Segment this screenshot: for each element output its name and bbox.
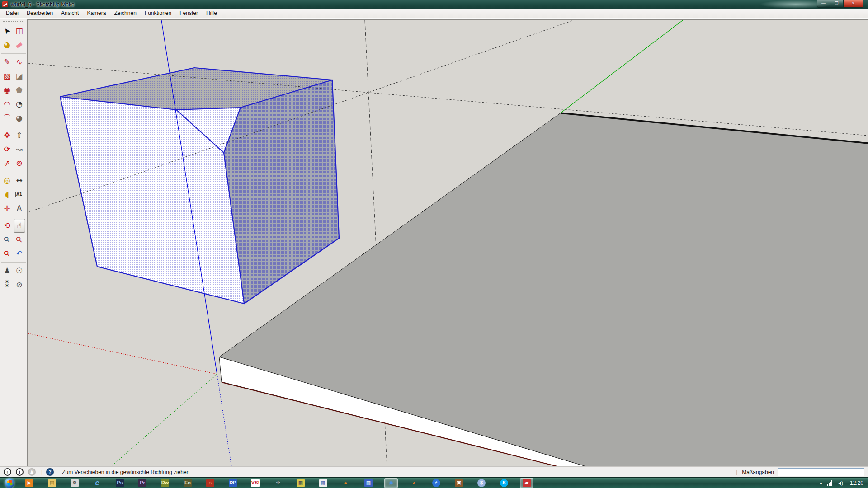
- wmp-icon-button[interactable]: ▶: [23, 478, 36, 488]
- network-signal-icon[interactable]: [827, 480, 832, 486]
- sign-in-icon[interactable]: ♟: [28, 468, 36, 476]
- clock[interactable]: 12:20: [850, 480, 863, 486]
- maximize-button[interactable]: ❐: [830, 0, 843, 8]
- look-around-tool[interactable]: ☉: [14, 264, 25, 278]
- geolocation-icon[interactable]: ♁: [4, 468, 11, 476]
- credits-info-icon[interactable]: i: [16, 468, 24, 476]
- arc-3point-tool[interactable]: ⌒: [1, 111, 13, 125]
- pie-filled-tool[interactable]: ◕: [14, 111, 25, 125]
- pan-tool[interactable]: ☝: [14, 219, 25, 233]
- help-icon[interactable]: ?: [46, 468, 54, 476]
- orbit-tool[interactable]: ⟲: [1, 219, 13, 233]
- menu-item-datei[interactable]: Datei: [2, 9, 23, 17]
- spreadsheet-icon-2-button[interactable]: ▦: [316, 478, 330, 488]
- drawing-viewport[interactable]: [27, 19, 868, 466]
- dreamweaver-icon-button[interactable]: Dw: [158, 478, 172, 488]
- text-tool[interactable]: A1: [14, 188, 25, 202]
- section-plane-tool[interactable]: ⊘: [14, 278, 25, 292]
- volume-icon[interactable]: ◄): [837, 480, 843, 486]
- scale-tool[interactable]: ⇗: [1, 156, 13, 170]
- previous-view-tool[interactable]: ↶: [14, 247, 25, 261]
- tray-expand-icon[interactable]: ▲: [819, 481, 823, 485]
- toolbar-grab-handle[interactable]: [3, 21, 24, 22]
- zoom-tool-icon: ⚲: [2, 235, 12, 244]
- orbit-tool-icon: ⟲: [4, 222, 10, 230]
- polygon-tool[interactable]: ⬟: [14, 83, 25, 97]
- menu-item-kamera[interactable]: Kamera: [83, 9, 110, 17]
- arc-tool[interactable]: ◠: [1, 97, 13, 111]
- firefox-icon-button[interactable]: ◕: [407, 478, 420, 488]
- photoshop-icon: Ps: [116, 479, 124, 487]
- spreadsheet-icon-1-button[interactable]: ▦: [294, 478, 307, 488]
- chrome-icon-button[interactable]: ◉: [384, 478, 398, 488]
- q-app-icon-button[interactable]: ▣: [452, 478, 466, 488]
- explorer-icon-button[interactable]: ▤: [45, 478, 59, 488]
- rotated-rectangle-tool[interactable]: ◪: [14, 69, 25, 83]
- firefox-icon: ◕: [410, 479, 418, 487]
- viewport-canvas[interactable]: [28, 20, 868, 466]
- line-tool[interactable]: ✎: [1, 55, 13, 69]
- cube-right-face[interactable]: [224, 80, 339, 304]
- dimension-tool[interactable]: ↔: [14, 174, 25, 188]
- measurements-input[interactable]: [778, 468, 864, 476]
- move-tool[interactable]: ✥: [1, 128, 13, 142]
- menu-item-zeichnen[interactable]: Zeichnen: [110, 9, 140, 17]
- rotate-tool[interactable]: ⟳: [1, 142, 13, 156]
- select-tool[interactable]: ➤: [1, 24, 13, 38]
- paint-bucket-tool[interactable]: ◕: [1, 38, 13, 52]
- tool-group: ✎∿▧◪◉⬟◠◔⌒◕: [1, 53, 26, 125]
- currency-app-icon-button[interactable]: $: [475, 478, 488, 488]
- rectangle-tool[interactable]: ▧: [1, 69, 13, 83]
- axes-tool[interactable]: ✛: [1, 202, 13, 216]
- freehand-tool[interactable]: ∿: [14, 55, 25, 69]
- follow-me-tool[interactable]: ↝: [14, 142, 25, 156]
- start-button[interactable]: [3, 478, 16, 488]
- push-pull-tool[interactable]: ⇧: [14, 128, 25, 142]
- eraser-tool[interactable]: ▬: [14, 38, 25, 52]
- vs-app-icon-button[interactable]: VS!: [249, 478, 262, 488]
- sketchup-window: würfel_6 - SketchUp Make — ❐ ✕ DateiBear…: [0, 0, 868, 488]
- axis-blue-negative-dotted: [217, 374, 231, 466]
- sketchup-app-icon[interactable]: [2, 1, 8, 7]
- system-tray: ▲ ◄) 12:20: [819, 480, 865, 486]
- zoom-tool[interactable]: ⚲: [1, 233, 13, 247]
- butterfly-app-icon-button[interactable]: ✣: [271, 478, 285, 488]
- photoshop-icon-button[interactable]: Ps: [113, 478, 127, 488]
- paint-bucket-tool-icon: ◕: [4, 41, 10, 49]
- menu-item-funktionen[interactable]: Funktionen: [141, 9, 175, 17]
- windows-taskbar: ▶▤⚙ePsPrDwEn⌂DPVS!✣▦▦▲▥◉◕⚡▣$S▰ ▲ ◄) 12:2…: [0, 477, 868, 488]
- menu-item-hilfe[interactable]: Hilfe: [202, 9, 221, 17]
- dp-app-icon-button[interactable]: DP: [226, 478, 240, 488]
- tool-group: ✥⇧⟳↝⇗⊚: [1, 127, 26, 170]
- menu-item-bearbeiten[interactable]: Bearbeiten: [23, 9, 57, 17]
- walk-tool[interactable]: ⁑: [1, 278, 13, 292]
- offset-tool[interactable]: ⊚: [14, 156, 25, 170]
- premiere-icon-button[interactable]: Pr: [136, 478, 149, 488]
- internet-explorer-icon-button[interactable]: e: [90, 478, 104, 488]
- save-disk-icon-button[interactable]: ▥: [362, 478, 375, 488]
- dimension-tool-icon: ↔: [16, 177, 22, 184]
- skype-icon-button[interactable]: S: [497, 478, 511, 488]
- encore-icon-button[interactable]: En: [181, 478, 194, 488]
- vlc-icon-button[interactable]: ▲: [339, 478, 353, 488]
- fire-app-icon-button[interactable]: ⌂: [203, 478, 217, 488]
- menu-item-fenster[interactable]: Fenster: [175, 9, 202, 17]
- device-icon-button[interactable]: ⚙: [68, 478, 81, 488]
- protractor-tool[interactable]: ◖: [1, 188, 13, 202]
- titlebar: würfel_6 - SketchUp Make — ❐ ✕: [0, 0, 868, 9]
- position-camera-tool[interactable]: ♟: [1, 264, 13, 278]
- 3d-text-tool[interactable]: A: [14, 202, 25, 216]
- large-tool-set-toolbar: ➤◫◕▬✎∿▧◪◉⬟◠◔⌒◕✥⇧⟳↝⇗⊚◎↔◖A1✛A⟲☝⚲⚲⚲↶♟☉⁑⊘: [0, 19, 27, 466]
- make-component-tool[interactable]: ◫: [14, 24, 25, 38]
- tape-measure-tool[interactable]: ◎: [1, 174, 13, 188]
- circle-tool[interactable]: ◉: [1, 83, 13, 97]
- pie-tool[interactable]: ◔: [14, 97, 25, 111]
- minimize-button[interactable]: —: [817, 0, 830, 8]
- wmp-icon: ▶: [25, 479, 33, 487]
- zoom-extents-tool[interactable]: ⚲: [1, 247, 13, 261]
- menu-item-ansicht[interactable]: Ansicht: [57, 9, 83, 17]
- zoom-window-tool[interactable]: ⚲: [14, 233, 25, 247]
- lightning-app-icon-button[interactable]: ⚡: [429, 478, 443, 488]
- close-button[interactable]: ✕: [843, 0, 863, 8]
- sketchup-icon-button[interactable]: ▰: [520, 478, 533, 488]
